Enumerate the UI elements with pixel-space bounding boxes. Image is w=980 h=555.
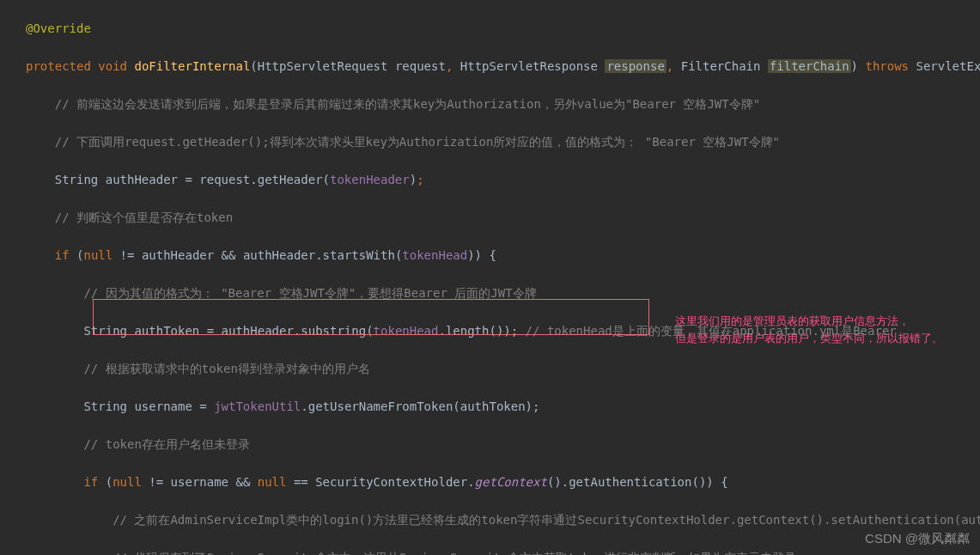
code-line: String authHeader = request.getHeader(to… xyxy=(0,170,980,189)
code-line: @Override xyxy=(0,19,980,38)
code-line: // 下面调用request.getHeader();得到本次请求头里key为A… xyxy=(0,132,980,151)
code-line: // 代码保存到了Spring Security全文中，这里从Spring Se… xyxy=(0,548,980,555)
code-line: if (null != authHeader && authHeader.sta… xyxy=(0,246,980,265)
code-line: // 因为其值的格式为： "Bearer 空格JWT令牌"，要想得Bearer … xyxy=(0,284,980,302)
annotation-text: 这里我们用的是管理员表的获取用户信息方法， 但是登录的是用户表的用户，类型不同，… xyxy=(675,313,943,347)
code-line: // 判断这个值里是否存在token xyxy=(0,208,980,227)
watermark: CSDN @微风粼粼 xyxy=(865,529,970,548)
code-line: // 之前在AdminServiceImpl类中的login()方法里已经将生成… xyxy=(0,510,980,529)
code-line: // 根据获取请求中的token得到登录对象中的用户名 xyxy=(0,359,980,378)
code-line: // 前端这边会发送请求到后端，如果是登录后其前端过来的请求其key为Autho… xyxy=(0,95,980,113)
code-line: // token存在用户名但未登录 xyxy=(0,435,980,454)
code-editor[interactable]: @Override protected void doFilterInterna… xyxy=(0,0,980,555)
code-line: if (null != username && null == Security… xyxy=(0,473,980,491)
code-line: protected void doFilterInternal(HttpServ… xyxy=(0,57,980,76)
code-line: String username = jwtTokenUtil.getUserNa… xyxy=(0,397,980,416)
